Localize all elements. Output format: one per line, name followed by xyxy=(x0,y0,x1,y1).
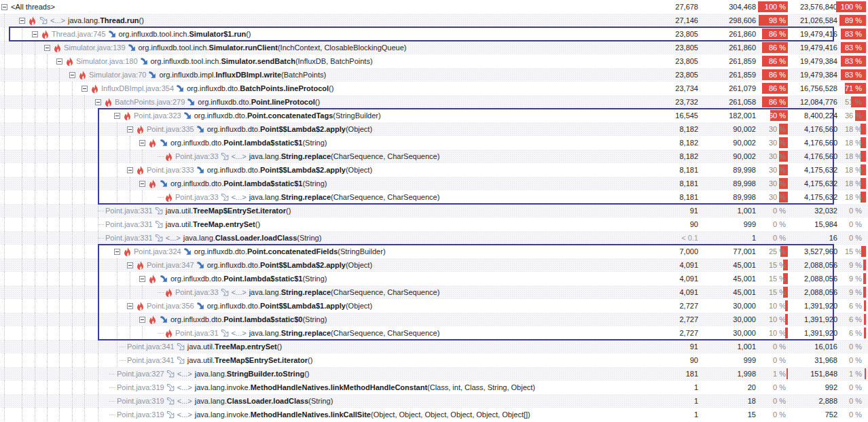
percent-label: 1 % xyxy=(836,367,866,381)
alloc-percent-cell: 9 % xyxy=(836,258,866,272)
call-tree-row[interactable]: Thread.java:745org.influxdb.tool.inch.Si… xyxy=(0,27,868,41)
percent-label: 18 % xyxy=(836,150,866,163)
call-tree-row[interactable]: BatchPoints.java:279org.influxdb.dto.Poi… xyxy=(0,95,868,109)
call-tree-row[interactable]: <All threads>27,678304,46823,576,840100 … xyxy=(0,0,868,14)
call-site-lineref: Point.java:335 xyxy=(147,125,194,133)
call-tree-row[interactable]: Point.java:335org.influxdb.dto.Point$$La… xyxy=(0,122,868,136)
call-tree-row[interactable]: org.influxdb.dto.Point.lambda$static$1(S… xyxy=(0,177,868,190)
expander-minus-icon[interactable] xyxy=(56,58,62,65)
percent-label: 0 % xyxy=(758,353,788,367)
samples-value-cell: 30,000 xyxy=(700,299,756,313)
time-value-cell: 16,545 xyxy=(632,109,698,122)
merged-frames-label[interactable]: <...> xyxy=(50,16,65,24)
call-tree-row[interactable]: Point.java:319<...>java.lang.invoke.Meth… xyxy=(0,408,868,421)
call-tree-row[interactable]: Point.java:33<...>java.lang.String.repla… xyxy=(0,190,868,204)
call-site-lineref: Simulator.java:139 xyxy=(64,43,126,52)
call-tree-row[interactable]: org.influxdb.dto.Point.lambda$static$1(S… xyxy=(0,136,868,150)
tree-guide-line xyxy=(35,231,35,245)
call-tree-row[interactable]: Point.java:33<...>java.lang.String.repla… xyxy=(0,150,868,163)
expander-minus-icon[interactable] xyxy=(32,31,38,37)
call-arrow-outline-icon xyxy=(166,370,175,378)
merged-frames-label[interactable]: <...> xyxy=(177,383,192,391)
call-tree-row[interactable]: Point.java:324org.influxdb.dto.Point.con… xyxy=(0,245,868,258)
method-args: (CharSequence, CharSequence) xyxy=(331,288,439,296)
samples-value-cell: 89,998 xyxy=(700,190,756,204)
call-tree-row[interactable]: Point.java:356org.influxdb.dto.Point$$La… xyxy=(0,299,868,313)
tree-guide-line xyxy=(22,54,22,68)
call-tree-row[interactable]: Point.java:323org.influxdb.dto.Point.con… xyxy=(0,109,868,122)
tree-guide-line xyxy=(84,109,85,122)
tree-guide-line xyxy=(22,27,22,41)
merged-frames-label[interactable]: <...> xyxy=(177,370,192,378)
call-tree-row[interactable]: Simulator.java:70org.influxdb.impl.Influ… xyxy=(0,68,868,82)
call-tree-row[interactable]: <...>java.lang.Thread.run()27,146298,606… xyxy=(0,14,868,27)
call-tree-row[interactable]: Point.java:327<...>java.lang.StringBuild… xyxy=(0,367,868,381)
alloc-percent-cell: 0 % xyxy=(836,353,866,367)
call-tree-row[interactable]: Simulator.java:139org.influxdb.tool.inch… xyxy=(0,41,868,54)
call-tree-row[interactable]: Point.java:319<...>java.lang.ClassLoader… xyxy=(0,394,868,408)
call-tree-row[interactable]: InfluxDBImpl.java:354org.influxdb.dto.Ba… xyxy=(0,82,868,95)
call-tree-row[interactable]: Point.java:333org.influxdb.dto.Point$$La… xyxy=(0,163,868,177)
expander-minus-icon[interactable] xyxy=(82,86,88,92)
tree-guide-line xyxy=(117,299,117,313)
expander-minus-icon[interactable] xyxy=(127,167,133,173)
method-args: (Object) xyxy=(346,261,372,269)
samples-value-cell: 1 xyxy=(700,231,756,245)
expander-minus-icon[interactable] xyxy=(127,303,133,309)
tree-guide-line xyxy=(117,285,117,299)
tree-guide-line xyxy=(84,136,85,150)
package-prefix: java.lang. xyxy=(195,370,227,378)
call-tree-row[interactable]: Point.java:341java.util.TreeMap$EntrySet… xyxy=(0,353,868,367)
expander-minus-icon[interactable] xyxy=(114,249,120,255)
expander-minus-icon[interactable] xyxy=(1,4,7,10)
tree-guide-line xyxy=(22,177,22,190)
merged-frames-label[interactable]: <...> xyxy=(232,193,247,201)
class-method-name: String.replace xyxy=(281,288,331,296)
expander-minus-icon[interactable] xyxy=(127,262,133,268)
package-prefix: java.lang. xyxy=(68,16,100,24)
call-tree-row[interactable]: Point.java:33<...>java.lang.String.repla… xyxy=(0,285,868,299)
merged-frames-label[interactable]: <...> xyxy=(166,234,181,242)
method-cell: Simulator.java:180org.influxdb.tool.inch… xyxy=(0,54,635,68)
expander-minus-icon[interactable] xyxy=(19,18,25,24)
call-tree-row[interactable]: Point.java:347org.influxdb.dto.Point$$La… xyxy=(0,258,868,272)
samples-value-cell: 30,000 xyxy=(700,326,756,340)
percent-label: 0 % xyxy=(836,353,866,367)
merged-frames-label[interactable]: <...> xyxy=(177,410,192,419)
call-tree-row[interactable]: Point.java:331<...>java.lang.ClassLoader… xyxy=(0,231,868,245)
tree-guide-line xyxy=(4,394,5,408)
tree-guide-line xyxy=(72,177,73,190)
merged-frames-label[interactable]: <...> xyxy=(232,288,247,296)
call-tree-row[interactable]: Point.java:31<...>java.lang.String.repla… xyxy=(0,326,868,340)
class-method-name: InfluxDBImpl.write xyxy=(216,71,282,79)
percent-label: 1 % xyxy=(758,367,788,381)
call-tree-row[interactable]: org.influxdb.dto.Point.lambda$static$1(S… xyxy=(0,272,868,285)
expander-minus-icon[interactable] xyxy=(139,276,145,282)
tree-guide-line xyxy=(72,367,73,381)
hotspot-flame-icon xyxy=(137,261,144,270)
call-tree-row[interactable]: Point.java:319<...>java.lang.invoke.Meth… xyxy=(0,381,868,394)
time-value-cell: 27,146 xyxy=(632,14,698,27)
call-tree-row[interactable]: Simulator.java:180org.influxdb.tool.inch… xyxy=(0,54,868,68)
expander-minus-icon[interactable] xyxy=(127,126,133,133)
profiler-call-tree: <All threads>27,678304,46823,576,840100 … xyxy=(0,0,868,422)
expander-minus-icon[interactable] xyxy=(114,113,120,119)
expander-minus-icon[interactable] xyxy=(44,45,50,51)
expander-minus-icon[interactable] xyxy=(69,72,75,78)
expander-minus-icon[interactable] xyxy=(95,99,101,105)
expander-minus-icon[interactable] xyxy=(139,181,145,187)
expander-minus-icon[interactable] xyxy=(139,140,145,146)
expander-minus-icon[interactable] xyxy=(139,317,145,323)
call-tree-row[interactable]: Point.java:331java.util.TreeMap$EntrySet… xyxy=(0,204,868,217)
merged-frames-label[interactable]: <...> xyxy=(232,152,247,160)
call-tree-row[interactable]: org.influxdb.dto.Point.lambda$static$0(S… xyxy=(0,313,868,326)
tree-guide-line xyxy=(4,367,5,381)
call-tree-row[interactable]: Point.java:331java.util.TreeMap.entrySet… xyxy=(0,217,868,231)
merged-frames-label[interactable]: <...> xyxy=(232,329,247,337)
allocated-bytes-cell: 1,391,920 xyxy=(781,299,837,313)
tree-guide-line xyxy=(130,150,130,163)
merged-frames-label[interactable]: <...> xyxy=(177,397,192,405)
package-prefix: org.influxdb.dto. xyxy=(207,302,260,310)
tree-guide-line xyxy=(47,54,48,68)
call-tree-row[interactable]: Point.java:341java.util.TreeMap.entrySet… xyxy=(0,340,868,353)
